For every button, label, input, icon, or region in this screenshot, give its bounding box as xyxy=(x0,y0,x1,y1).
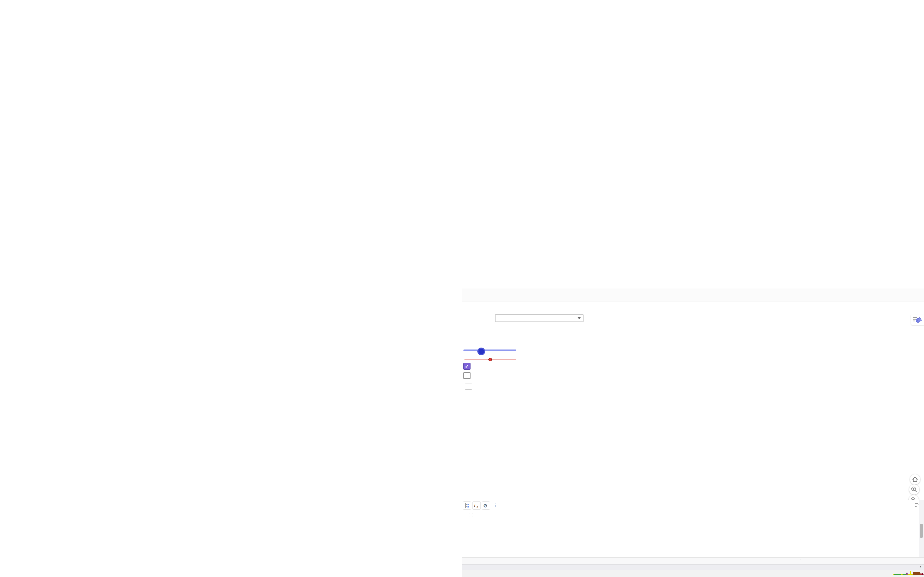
browser-nav-row xyxy=(462,558,924,564)
graphics-stylebar-toggle[interactable] xyxy=(911,315,924,325)
function-input-box[interactable] xyxy=(495,314,583,322)
zoom-in-button[interactable] xyxy=(909,484,919,495)
curvature-tangent-checkbox[interactable]: ✓ xyxy=(464,363,470,370)
arc-length-slider[interactable] xyxy=(464,350,516,351)
tracing-checkbox[interactable] xyxy=(464,372,470,379)
algebra-settings-button[interactable]: ⚙ xyxy=(482,501,490,510)
scrollbar-thumb[interactable] xyxy=(920,524,923,538)
tree-icon xyxy=(467,506,469,508)
home-icon xyxy=(913,477,918,482)
graphics-view[interactable]: ✓ xyxy=(462,301,924,500)
arc-position-slider-knob[interactable] xyxy=(488,358,492,361)
collapse-list-button[interactable] xyxy=(469,513,473,517)
algebra-view: fx ⚙ ⋮ xyxy=(462,500,924,558)
page-zoom-badge[interactable] xyxy=(800,559,801,559)
control-panel: ✓ xyxy=(462,341,522,398)
home-button[interactable] xyxy=(910,474,920,484)
app-quadrant: ✓ xyxy=(462,288,924,577)
system-monitor-sparkline xyxy=(893,571,924,577)
browser-chrome: ∧ xyxy=(462,557,924,577)
graph-svg xyxy=(462,301,924,500)
svg-text:x: x xyxy=(477,505,478,508)
scrollbar[interactable] xyxy=(919,500,924,558)
kaleidoscope-canvas: ✓ xyxy=(0,0,924,577)
arc-length-slider-knob[interactable] xyxy=(477,348,485,355)
algebra-fx-button[interactable]: fx xyxy=(472,501,481,510)
kebab-menu-icon[interactable]: ⋮ xyxy=(493,503,498,508)
geogebra-toolbar xyxy=(462,288,924,301)
algebra-tree-view-button[interactable] xyxy=(463,501,471,510)
browser-tab-strip: ∧ xyxy=(462,564,924,570)
gear-icon: ⚙ xyxy=(483,503,487,509)
taskbar-row xyxy=(462,570,924,577)
step-forward-button[interactable] xyxy=(465,384,472,390)
chevron-down-icon[interactable] xyxy=(577,317,581,319)
chevron-up-icon[interactable]: ∧ xyxy=(919,565,922,569)
fx-icon: f xyxy=(474,503,476,508)
